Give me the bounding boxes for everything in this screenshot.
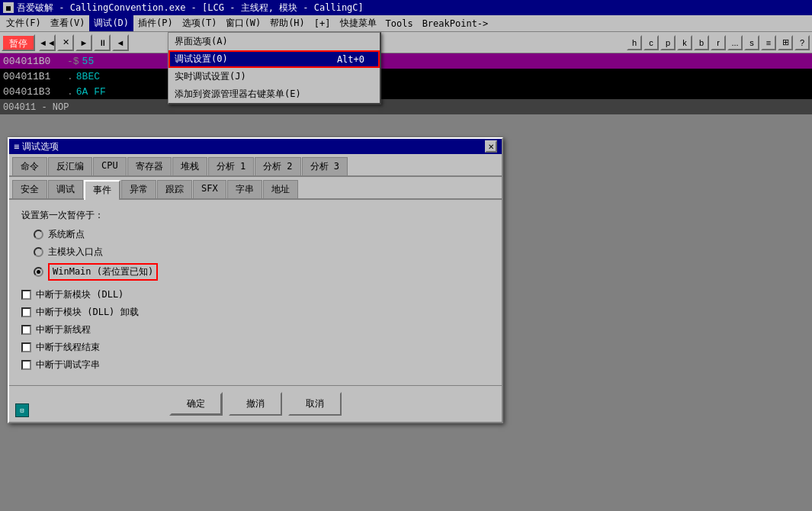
tab-stack[interactable]: 堆栈	[172, 157, 207, 175]
tab-trace[interactable]: 跟踪	[157, 180, 192, 198]
menu-plus[interactable]: [+]	[310, 17, 335, 31]
disassembly-area: 004011B0 -$ 55 push pus 004011B1 . 8BEC …	[0, 53, 812, 114]
stop-button[interactable]: ✕	[57, 34, 74, 51]
radio-btn-main[interactable]	[34, 247, 43, 257]
menu-breakpoint[interactable]: BreakPoint->	[418, 17, 493, 31]
step-button[interactable]: ◄	[112, 34, 129, 51]
disasm-row[interactable]: 004011B0 -$ 55 push pus	[0, 53, 812, 69]
tab-sfx[interactable]: SFX	[193, 180, 226, 198]
disasm-addr: 004011B1	[3, 71, 64, 82]
s-button[interactable]: s	[744, 35, 759, 50]
radio-label-winmain: WinMain (若位置已知)	[48, 263, 158, 281]
revoke-button[interactable]: 撤消	[229, 392, 282, 416]
dialog-content: 设置第一次暂停于： 系统断点 主模块入口点 WinMain (若位置已知) 中断…	[9, 200, 502, 385]
tab-debug[interactable]: 调试	[48, 180, 83, 198]
checkbox-new-module-input[interactable]	[21, 290, 31, 300]
checkbox-debug-string-input[interactable]	[21, 360, 31, 370]
menu-tools[interactable]: Tools	[381, 17, 418, 31]
radio-main-entry[interactable]: 主模块入口点	[34, 246, 489, 259]
checkbox-unload-module-input[interactable]	[21, 307, 31, 317]
menu-view[interactable]: 查看(V)	[46, 15, 90, 31]
title-text: 吾爱破解 - CallingConvention.exe - [LCG - 主线…	[17, 2, 364, 14]
tab-asm[interactable]: 反汇编	[48, 157, 92, 175]
dots-button[interactable]: ...	[727, 35, 743, 50]
disasm-row[interactable]: 004011B1 . 8BEC mov mou	[0, 69, 812, 84]
menu-plugin[interactable]: 插件(P)	[133, 15, 178, 31]
tab-security[interactable]: 安全	[12, 180, 47, 198]
menu-window[interactable]: 窗口(W)	[221, 15, 265, 31]
checkbox-unload-module-label: 中断于模块 (DLL) 卸载	[36, 306, 139, 319]
menu-debug[interactable]: 调试(D)	[89, 15, 133, 31]
radio-label-main: 主模块入口点	[48, 246, 103, 259]
checkbox-new-thread-input[interactable]	[21, 325, 31, 335]
r-button[interactable]: r	[711, 35, 726, 50]
pause-button[interactable]: 暂停	[2, 34, 35, 51]
checkbox-new-thread[interactable]: 中断于新线程	[21, 323, 489, 336]
p-button[interactable]: p	[660, 35, 676, 50]
radio-btn-winmain[interactable]	[34, 267, 43, 277]
checkbox-thread-end-input[interactable]	[21, 342, 31, 352]
dropdown-item-resource[interactable]: 添加到资源管理器右键菜单(E)	[168, 85, 380, 103]
tab-string[interactable]: 字串	[227, 180, 262, 198]
play-button[interactable]: ►	[75, 34, 92, 51]
checkbox-new-module[interactable]: 中断于新模块 (DLL)	[21, 288, 489, 301]
menu-shortcuts[interactable]: 快捷菜单	[335, 15, 381, 31]
tab-reg[interactable]: 寄存器	[127, 157, 172, 175]
dropdown-item-ui[interactable]: 界面选项(A)	[168, 33, 380, 50]
dialog-title-left: ≡ 调试选项	[14, 140, 59, 153]
dialog-close-button[interactable]: ✕	[485, 140, 497, 153]
list-button[interactable]: ≡	[761, 35, 776, 50]
disasm-sep: .	[67, 86, 73, 98]
disasm-row[interactable]: 004011B3 . 6A FF push pus	[0, 84, 812, 99]
dropdown-label: 调试设置(0)	[175, 53, 228, 66]
checkbox-thread-end[interactable]: 中断于线程结束	[21, 341, 489, 354]
disasm-extra-row: 004011 - NOP	[0, 99, 812, 114]
radio-winmain[interactable]: WinMain (若位置已知)	[34, 263, 489, 281]
checkbox-debug-string[interactable]: 中断于调试字串	[21, 358, 489, 371]
disasm-bytes: 55	[82, 56, 174, 67]
tab-cmd[interactable]: 命令	[12, 157, 47, 175]
tab-row-1: 命令 反汇编 CPU 寄存器 堆栈 分析 1 分析 2 分析 3	[9, 154, 502, 177]
menu-option[interactable]: 选项(T)	[178, 15, 222, 31]
radio-btn-system[interactable]	[34, 230, 43, 239]
checkbox-thread-end-label: 中断于线程结束	[36, 341, 100, 354]
menu-file[interactable]: 文件(F)	[2, 15, 46, 31]
radio-label-system: 系统断点	[48, 228, 85, 241]
cancel-button[interactable]: 取消	[288, 392, 342, 416]
dialog-title-text: 调试选项	[22, 140, 59, 153]
c-button[interactable]: c	[644, 35, 659, 50]
tab-event[interactable]: 事件	[84, 180, 120, 200]
h-button[interactable]: h	[627, 35, 642, 50]
ok-button[interactable]: 确定	[169, 392, 223, 416]
tab-address[interactable]: 地址	[263, 180, 298, 198]
right-toolbar: h c p k b r ... s ≡ ⊞ ?	[626, 35, 810, 50]
debug-options-dialog: ≡ 调试选项 ✕ 命令 反汇编 CPU 寄存器 堆栈 分析 1 分析 2 分析 …	[8, 137, 503, 423]
checkbox-new-thread-label: 中断于新线程	[36, 323, 91, 336]
radio-system-breakpoint[interactable]: 系统断点	[34, 228, 489, 241]
dropdown-item-realtime[interactable]: 实时调试设置(J)	[168, 68, 380, 85]
disasm-sep: .	[67, 71, 73, 82]
help-button[interactable]: ?	[794, 35, 810, 50]
menu-help[interactable]: 帮助(H)	[265, 15, 310, 31]
grid-button[interactable]: ⊞	[778, 35, 793, 50]
pause-btn2[interactable]: ⏸	[94, 34, 111, 51]
menu-bar: 文件(F) 查看(V) 调试(D) 插件(P) 选项(T) 窗口(W) 帮助(H…	[0, 15, 812, 32]
dialog-title-bar: ≡ 调试选项 ✕	[9, 139, 502, 154]
tab-exception[interactable]: 异常	[121, 180, 156, 198]
checkbox-unload-module[interactable]: 中断于模块 (DLL) 卸载	[21, 306, 489, 319]
rewind-button[interactable]: ◄◄	[39, 34, 56, 51]
tab-row-2: 安全 调试 事件 异常 跟踪 SFX 字串 地址	[9, 177, 502, 200]
disasm-addr: 004011B0	[3, 56, 64, 67]
section-label: 设置第一次暂停于：	[21, 209, 489, 222]
tab-cpu[interactable]: CPU	[93, 157, 127, 175]
tab-analysis3[interactable]: 分析 3	[302, 157, 348, 175]
radio-group: 系统断点 主模块入口点 WinMain (若位置已知)	[34, 228, 489, 281]
checkbox-debug-string-label: 中断于调试字串	[36, 358, 100, 371]
b-button[interactable]: b	[694, 35, 709, 50]
dropdown-item-debug-settings[interactable]: 调试设置(0) Alt+0	[168, 50, 380, 68]
tab-analysis2[interactable]: 分析 2	[255, 157, 300, 175]
tab-analysis1[interactable]: 分析 1	[208, 157, 254, 175]
dropdown-label: 添加到资源管理器右键菜单(E)	[175, 88, 301, 101]
k-button[interactable]: k	[677, 35, 692, 50]
bottom-icon-btn[interactable]: ⊟	[15, 403, 29, 417]
